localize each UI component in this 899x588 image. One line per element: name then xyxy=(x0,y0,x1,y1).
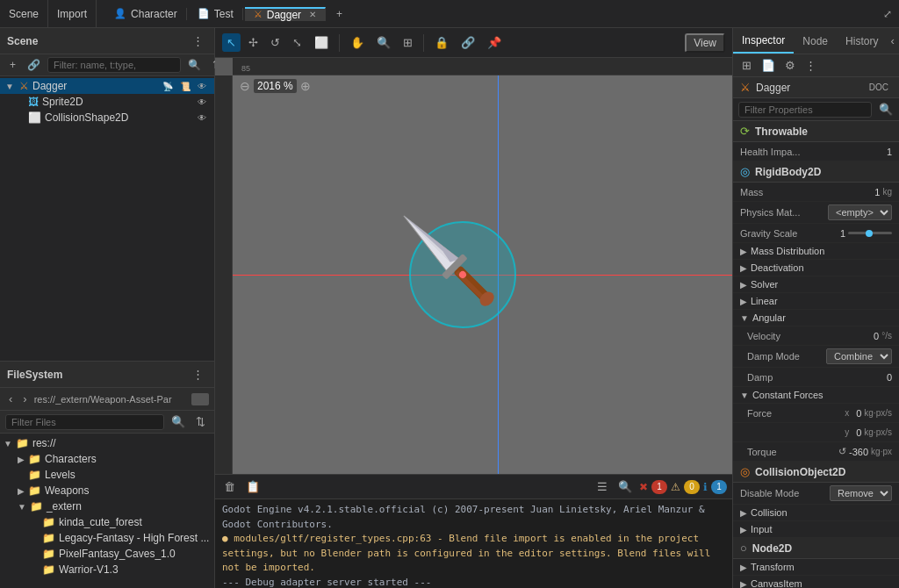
gravity-slider[interactable] xyxy=(848,232,892,234)
inspector-tab-history[interactable]: History xyxy=(837,28,887,54)
disable-mode-dropdown[interactable]: Remove xyxy=(830,485,892,501)
vp-hand-btn[interactable]: ✋ xyxy=(346,33,369,52)
inspector-icon2[interactable]: 📄 xyxy=(758,57,779,74)
tree-item-collision[interactable]: ⬜ CollisionShape2D 👁 xyxy=(0,110,214,125)
inspector-tab-node[interactable]: Node xyxy=(794,28,837,54)
tab-add-btn[interactable]: + xyxy=(327,8,351,20)
throwable-section-header[interactable]: ⟳ Throwable xyxy=(733,121,899,142)
fs-item-warrior[interactable]: ▶ 📁 Warrior-V1.3 xyxy=(0,562,214,577)
inspector-back-btn[interactable]: ‹ xyxy=(887,32,897,49)
scene-add-btn[interactable]: + xyxy=(5,57,20,73)
fs-item-extern[interactable]: ▼ 📁 _extern xyxy=(0,498,214,514)
zoom-plus-icon[interactable]: ⊕ xyxy=(300,79,311,93)
fs-item-legacy[interactable]: ▶ 📁 Legacy-Fantasy - High Forest ... xyxy=(0,530,214,546)
fs-back-btn[interactable]: ‹ xyxy=(5,391,16,407)
expand-btn[interactable]: ⤢ xyxy=(876,8,899,20)
console-filter-btn[interactable]: ☰ xyxy=(593,478,611,495)
scene-filter-input[interactable] xyxy=(47,57,181,73)
fs-panel-actions: ⋮ xyxy=(189,366,207,383)
vp-link-btn[interactable]: 🔗 xyxy=(457,33,479,52)
dagger-visual xyxy=(320,132,605,417)
inspector-tab-inspector[interactable]: Inspector xyxy=(733,28,794,54)
inspector-filter-input[interactable] xyxy=(738,102,872,118)
transform-subsection-header[interactable]: ▶ Transform xyxy=(733,559,899,576)
collision-object-header[interactable]: ◎ CollisionObject2D xyxy=(733,462,899,483)
constant-forces-header[interactable]: ▼ Constant Forces xyxy=(733,387,899,404)
scene-link-btn[interactable]: 🔗 xyxy=(23,57,45,73)
fs-forward-btn[interactable]: › xyxy=(19,391,30,407)
fs-sort-btn[interactable]: ⇅ xyxy=(192,413,209,430)
vp-view-btn[interactable]: View xyxy=(685,33,725,53)
vp-scale-btn[interactable]: ⤡ xyxy=(288,33,306,52)
inspector-icon1[interactable]: ⊞ xyxy=(738,57,755,74)
vp-grid-btn[interactable]: ⊞ xyxy=(399,33,417,52)
solver-header[interactable]: ▶ Solver xyxy=(733,276,899,293)
console-clear-btn[interactable]: 🗑 xyxy=(220,478,239,495)
fs-item-levels[interactable]: ▶ 📁 Levels xyxy=(0,467,214,483)
vp-rotate-btn[interactable]: ↺ xyxy=(266,33,284,52)
velocity-unit: °/s xyxy=(881,331,892,341)
damp-mode-dropdown[interactable]: Combine xyxy=(826,348,892,364)
fs-item-weapons[interactable]: ▶ 📁 Weapons xyxy=(0,483,214,498)
vp-rect-btn[interactable]: ⬜ xyxy=(310,33,333,52)
deactivation-header[interactable]: ▶ Deactivation xyxy=(733,260,899,276)
tab-character[interactable]: 👤 Character xyxy=(105,8,187,20)
rigidbody2d-section-header[interactable]: ◎ RigidBody2D xyxy=(733,161,899,183)
vp-zoom-btn[interactable]: 🔍 xyxy=(372,33,395,52)
fs-item-res[interactable]: ▼ 📁 res:// xyxy=(0,435,214,451)
tab-dagger[interactable]: ⚔ Dagger ✕ xyxy=(245,7,326,21)
inspector-options-btn[interactable]: ⋮ xyxy=(802,57,820,74)
inspector-filter-search-btn[interactable]: 🔍 xyxy=(875,101,896,118)
vp-lock-btn[interactable]: 🔒 xyxy=(430,33,453,52)
tree-item-dagger[interactable]: ▼ ⚔ Dagger 📡 📜 👁 xyxy=(0,78,214,94)
disable-mode-label: Disable Mode xyxy=(740,488,826,498)
tab-dagger-close[interactable]: ✕ xyxy=(309,10,316,19)
node2d-section-header[interactable]: ○ Node2D xyxy=(733,538,899,559)
fs-panel-header: FileSystem ⋮ xyxy=(0,362,214,388)
tab-test[interactable]: 📄 Test xyxy=(189,8,243,20)
vp-select-btn[interactable]: ↖ xyxy=(222,33,241,52)
inspector-icon3[interactable]: ⚙ xyxy=(781,57,799,74)
canvas-item-header[interactable]: ▶ CanvasItem xyxy=(733,576,899,588)
tab-scene[interactable]: Scene xyxy=(0,0,48,27)
physics-mat-dropdown[interactable]: <empty> xyxy=(828,204,892,220)
inspector-doc-small-btn[interactable]: DOC xyxy=(866,81,892,94)
tree-item-sprite2d[interactable]: 🖼 Sprite2D 👁 xyxy=(0,94,214,110)
input-subsection-header[interactable]: ▶ Input xyxy=(733,521,899,538)
fs-item-kinda[interactable]: ▶ 📁 kinda_cute_forest xyxy=(0,514,214,530)
linear-header[interactable]: ▶ Linear xyxy=(733,293,899,310)
fs-filter-input[interactable] xyxy=(5,414,164,430)
canvas-item-arrow: ▶ xyxy=(740,579,747,589)
health-impact-row: Health Impa... 1 xyxy=(733,142,899,161)
legacy-folder-icon: 📁 xyxy=(42,532,55,544)
dagger-eye-btn[interactable]: 👁 xyxy=(195,81,209,92)
angular-header[interactable]: ▼ Angular xyxy=(733,310,899,326)
scene-search-btn[interactable]: 🔍 xyxy=(183,57,205,73)
damp-mode-label: Damp Mode xyxy=(747,351,823,362)
sprite2d-eye-btn[interactable]: 👁 xyxy=(195,97,209,108)
console-copy-btn[interactable]: 📋 xyxy=(242,478,263,495)
console-search-btn[interactable]: 🔍 xyxy=(615,478,636,495)
collision-eye-btn[interactable]: 👁 xyxy=(195,112,209,124)
fs-item-pixel[interactable]: ▶ 📁 PixelFantasy_Caves_1.0 xyxy=(0,546,214,562)
fs-search-btn[interactable]: 🔍 xyxy=(168,413,189,430)
tab-import[interactable]: Import xyxy=(48,0,97,27)
mass-dist-header[interactable]: ▶ Mass Distribution xyxy=(733,243,899,260)
scene-toolbar: + 🔗 🔍 ⇅ ⋮ xyxy=(0,54,214,76)
viewport-canvas[interactable]: 85 ⊖ 2016 % ⊕ xyxy=(215,58,732,474)
dagger-signal-btn[interactable]: 📡 xyxy=(160,81,176,92)
zoom-bar: ⊖ 2016 % ⊕ xyxy=(240,79,311,93)
gravity-row: Gravity Scale 1 xyxy=(733,224,899,243)
dagger-script-btn[interactable]: 📜 xyxy=(177,81,193,92)
scene-options-btn[interactable]: ⋮ xyxy=(189,32,207,49)
ruler-horizontal: 85 xyxy=(233,58,732,75)
vp-pin-btn[interactable]: 📌 xyxy=(483,33,506,52)
vp-sep2 xyxy=(423,34,424,52)
fs-options-btn[interactable]: ⋮ xyxy=(189,366,207,383)
extern-arrow-icon: ▼ xyxy=(18,502,26,512)
node2d-icon: ○ xyxy=(740,541,747,555)
fs-item-characters[interactable]: ▶ 📁 Characters xyxy=(0,451,214,467)
vp-move-btn[interactable]: ✢ xyxy=(244,33,263,52)
collision-subsection-header[interactable]: ▶ Collision xyxy=(733,505,899,521)
zoom-minus-icon[interactable]: ⊖ xyxy=(240,79,250,93)
